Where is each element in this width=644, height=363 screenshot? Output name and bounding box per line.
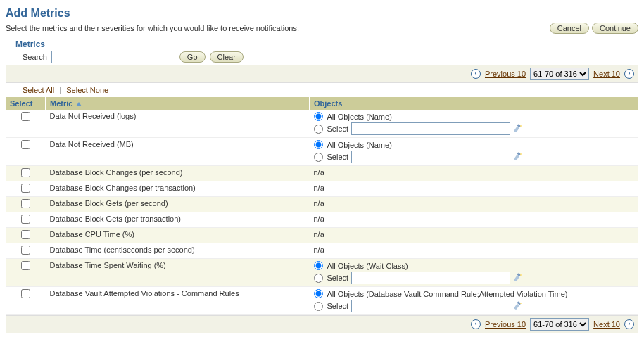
select-objects-radio[interactable] (314, 153, 323, 162)
search-input[interactable] (51, 51, 175, 63)
table-row: Data Not Received (MB)All Objects (Name)… (6, 138, 638, 166)
svg-rect-10 (514, 304, 519, 310)
section-title-metrics: Metrics (15, 39, 638, 49)
all-objects-radio[interactable] (314, 289, 323, 298)
row-select-checkbox[interactable] (21, 199, 30, 208)
svg-rect-4 (514, 155, 519, 161)
metric-name: Database Time (centiseconds per second) (46, 243, 310, 259)
table-row: Database CPU Time (%)n/a (6, 228, 638, 243)
range-select-bottom[interactable]: 61-70 of 316 (530, 318, 589, 331)
metric-name: Database Block Gets (per second) (46, 197, 310, 212)
all-objects-label: All Objects (Wait Class) (327, 262, 408, 270)
select-links-separator: | (56, 86, 64, 94)
objects-cell: n/a (310, 182, 638, 197)
continue-button[interactable]: Continue (592, 23, 638, 34)
svg-point-8 (520, 274, 522, 276)
select-objects-input[interactable] (351, 122, 510, 135)
all-objects-label: All Objects (Name) (327, 141, 392, 149)
table-row: Database Time Spent Waiting (%)All Objec… (6, 259, 638, 287)
flashlight-icon[interactable] (513, 301, 523, 311)
row-select-checkbox[interactable] (21, 168, 30, 177)
all-objects-radio[interactable] (314, 112, 323, 121)
objects-cell: All Objects (Database Vault Command Rule… (310, 287, 638, 315)
previous-link[interactable]: Previous 10 (485, 320, 526, 329)
metric-name: Database Time Spent Waiting (%) (46, 259, 310, 287)
row-select-checkbox[interactable] (21, 140, 30, 149)
select-objects-label: Select (327, 153, 349, 161)
select-none-link[interactable]: Select None (66, 86, 108, 94)
table-row: Data Not Received (logs)All Objects (Nam… (6, 110, 638, 138)
column-header-metric[interactable]: Metric (46, 97, 310, 110)
row-select-checkbox[interactable] (21, 246, 30, 255)
range-select-top[interactable]: 61-70 of 316 (530, 68, 589, 80)
metric-name: Data Not Received (MB) (46, 138, 310, 166)
next-link[interactable]: Next 10 (593, 320, 620, 329)
metric-name: Database Block Changes (per second) (46, 166, 310, 182)
sort-ascending-icon (76, 102, 82, 106)
select-all-link[interactable]: Select All (23, 86, 54, 94)
objects-cell: n/a (310, 197, 638, 212)
svg-rect-7 (514, 276, 519, 282)
all-objects-radio[interactable] (314, 140, 323, 149)
objects-cell: All Objects (Name)Select (310, 110, 638, 138)
metric-name: Data Not Received (logs) (46, 110, 310, 138)
row-select-checkbox[interactable] (21, 215, 30, 224)
svg-rect-1 (514, 127, 519, 133)
next-icon[interactable]: › (624, 319, 634, 329)
previous-link[interactable]: Previous 10 (485, 70, 526, 78)
metric-name: Database Block Changes (per transaction) (46, 182, 310, 197)
select-objects-label: Select (327, 274, 349, 282)
select-objects-radio[interactable] (314, 302, 323, 311)
select-objects-input[interactable] (351, 151, 510, 163)
clear-button[interactable]: Clear (210, 51, 244, 63)
column-header-objects: Objects (310, 97, 638, 110)
all-objects-label: All Objects (Database Vault Command Rule… (327, 290, 568, 298)
svg-point-2 (520, 125, 522, 127)
row-select-checkbox[interactable] (21, 261, 30, 270)
select-objects-label: Select (327, 302, 349, 310)
select-objects-input[interactable] (351, 272, 510, 284)
row-select-checkbox[interactable] (21, 230, 30, 239)
previous-icon[interactable]: ‹ (471, 69, 481, 79)
metric-name: Database Vault Attempted Violations - Co… (46, 287, 310, 315)
cancel-button[interactable]: Cancel (550, 23, 589, 34)
objects-cell: n/a (310, 212, 638, 228)
page-subtitle: Select the metrics and their severities … (6, 24, 299, 32)
objects-cell: n/a (310, 166, 638, 182)
go-button[interactable]: Go (179, 51, 206, 63)
row-select-checkbox[interactable] (21, 112, 30, 121)
metric-name: Database CPU Time (%) (46, 228, 310, 243)
next-link[interactable]: Next 10 (593, 70, 620, 78)
pager-bottom: ‹ Previous 10 61-70 of 316 Next 10 › (6, 315, 638, 333)
select-objects-label: Select (327, 125, 349, 133)
row-select-checkbox[interactable] (21, 184, 30, 193)
flashlight-icon[interactable] (513, 152, 523, 162)
table-row: Database Block Gets (per transaction)n/a (6, 212, 638, 228)
table-row: Database Block Changes (per transaction)… (6, 182, 638, 197)
previous-icon[interactable]: ‹ (471, 319, 481, 329)
select-objects-radio[interactable] (314, 274, 323, 283)
table-row: Database Block Changes (per second)n/a (6, 166, 638, 182)
table-row: Database Vault Attempted Violations - Co… (6, 287, 638, 315)
svg-point-11 (520, 302, 522, 304)
pager-top: ‹ Previous 10 61-70 of 316 Next 10 › (6, 65, 638, 83)
column-header-metric-label: Metric (50, 99, 72, 108)
select-objects-radio[interactable] (314, 125, 323, 134)
metrics-table: Select Metric Objects Data Not Received … (6, 97, 638, 315)
metric-name: Database Block Gets (per transaction) (46, 212, 310, 228)
next-icon[interactable]: › (624, 69, 634, 79)
flashlight-icon[interactable] (513, 124, 523, 134)
svg-point-5 (520, 153, 522, 155)
objects-cell: n/a (310, 243, 638, 259)
row-select-checkbox[interactable] (21, 289, 30, 298)
table-row: Database Block Gets (per second)n/a (6, 197, 638, 212)
flashlight-icon[interactable] (513, 273, 523, 283)
table-row: Database Time (centiseconds per second)n… (6, 243, 638, 259)
objects-cell: All Objects (Name)Select (310, 138, 638, 166)
all-objects-radio[interactable] (314, 261, 323, 270)
column-header-select: Select (6, 97, 46, 110)
page-title: Add Metrics (6, 7, 638, 20)
select-objects-input[interactable] (351, 300, 510, 312)
search-label: Search (23, 53, 47, 61)
objects-cell: n/a (310, 228, 638, 243)
